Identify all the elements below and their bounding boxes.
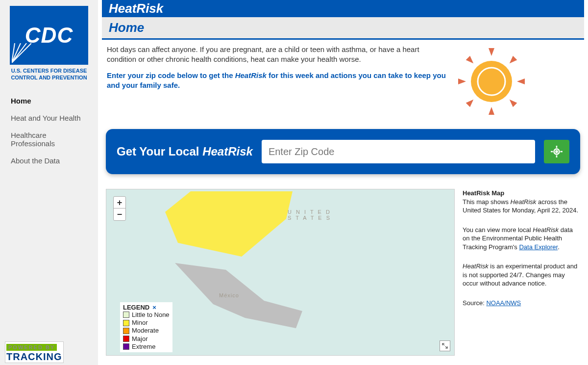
- legend-item: Major: [123, 335, 170, 343]
- zip-input[interactable]: [262, 140, 535, 163]
- svg-marker-11: [508, 98, 517, 107]
- search-label: Get Your Local HeatRisk: [117, 145, 253, 158]
- svg-marker-7: [517, 78, 525, 84]
- intro-para1: Hot days can affect anyone. If you are p…: [107, 45, 450, 65]
- cdc-logo: CDC U.S. CENTERS FOR DISEASE CONTROL AND…: [0, 0, 98, 88]
- data-explorer-link[interactable]: Data Explorer: [519, 243, 558, 251]
- powered-bottom: TRACKING: [6, 351, 62, 363]
- page-subtitle: Home: [102, 17, 584, 40]
- svg-marker-10: [466, 56, 476, 66]
- crosshair-icon: [550, 145, 563, 158]
- info-heading: HeatRisk Map: [463, 189, 580, 198]
- locate-button[interactable]: [544, 140, 569, 163]
- cdc-logo-text: CDC: [25, 23, 73, 48]
- main-content: HeatRisk Home Hot days can affect anyone…: [98, 0, 588, 365]
- nav-item-about-data[interactable]: About the Data: [0, 152, 98, 169]
- heatrisk-map[interactable]: U N I T E D S T A T E S México + − LEGEN…: [106, 189, 455, 356]
- intro-cta: Enter your zip code below to get the Hea…: [107, 71, 450, 91]
- nav-item-home[interactable]: Home: [0, 92, 98, 109]
- legend-item: Moderate: [123, 327, 170, 335]
- map-legend: LEGEND× Little to None Minor Moderate Ma…: [120, 302, 172, 352]
- map-label-mx: México: [219, 292, 239, 298]
- map-label-us: U N I T E D S T A T E S: [288, 209, 331, 221]
- zip-search-panel: Get Your Local HeatRisk: [106, 129, 580, 174]
- zoom-control: + −: [113, 196, 126, 221]
- expand-map-button[interactable]: [440, 340, 450, 351]
- sidebar-nav: Home Heat and Your Health Healthcare Pro…: [0, 88, 98, 169]
- svg-marker-4: [489, 48, 494, 56]
- powered-top: POWERED BY: [6, 344, 57, 351]
- source-link[interactable]: NOAA/NWS: [486, 299, 521, 307]
- legend-item: Extreme: [123, 343, 170, 351]
- legend-close-button[interactable]: ×: [152, 304, 156, 311]
- svg-marker-8: [508, 56, 517, 66]
- page-title: HeatRisk: [102, 0, 584, 17]
- legend-title: LEGEND: [123, 304, 149, 311]
- sidebar: CDC U.S. CENTERS FOR DISEASE CONTROL AND…: [0, 0, 98, 365]
- svg-point-15: [556, 151, 557, 152]
- nav-item-heat-health[interactable]: Heat and Your Health: [0, 109, 98, 127]
- svg-marker-5: [489, 107, 494, 115]
- legend-item: Minor: [123, 319, 170, 327]
- legend-item: Little to None: [123, 311, 170, 319]
- sun-icon: [450, 45, 533, 118]
- nav-item-healthcare-pros[interactable]: Healthcare Professionals: [0, 127, 98, 152]
- zoom-in-button[interactable]: +: [114, 197, 125, 209]
- intro-text: Hot days can affect anyone. If you are p…: [107, 45, 450, 118]
- expand-icon: [442, 343, 448, 349]
- zoom-out-button[interactable]: −: [114, 209, 125, 220]
- powered-by-badge: POWERED BY TRACKING: [0, 337, 98, 365]
- svg-marker-6: [458, 78, 466, 84]
- svg-marker-9: [466, 98, 476, 107]
- map-info-panel: HeatRisk Map This map shows HeatRisk acr…: [463, 189, 580, 356]
- cdc-logo-subtitle: U.S. CENTERS FOR DISEASE CONTROL AND PRE…: [9, 68, 89, 81]
